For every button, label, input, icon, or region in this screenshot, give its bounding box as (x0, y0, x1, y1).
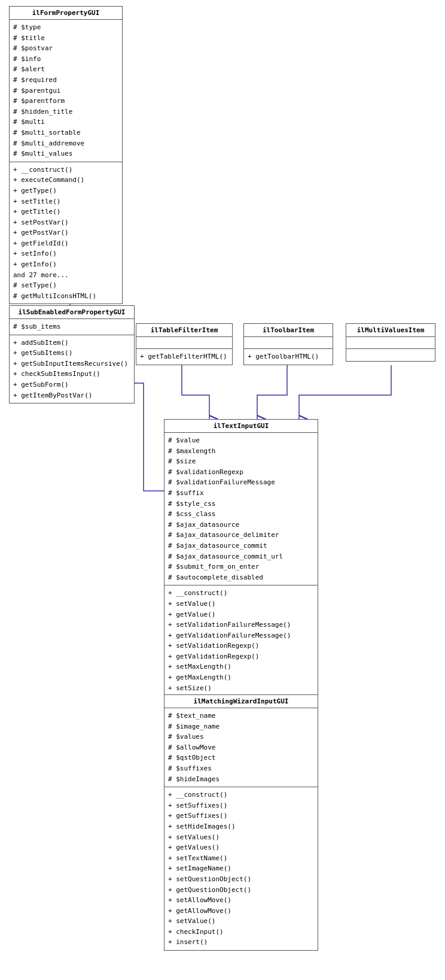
ilMultiValuesItem-box: ilMultiValuesItem (346, 323, 435, 362)
ilToolbarItem-methods: + getToolbarHTML() (244, 349, 333, 365)
ilMatchingWizardInputGUI-fields: # $text_name # $image_name # $values # $… (164, 708, 318, 787)
ilMultiValuesItem-fields (346, 337, 435, 349)
ilSubEnabledFormPropertyGUI-box: ilSubEnabledFormPropertyGUI # $sub_items… (9, 305, 135, 403)
ilSubEnabledFormPropertyGUI-title: ilSubEnabledFormPropertyGUI (10, 306, 134, 319)
diagram-container: ilFormPropertyGUI # $type # $title # $po… (0, 0, 445, 980)
ilMatchingWizardInputGUI-box: ilMatchingWizardInputGUI # $text_name # … (164, 694, 318, 951)
ilSubEnabledFormPropertyGUI-fields: # $sub_items (10, 319, 134, 335)
ilMultiValuesItem-title: ilMultiValuesItem (346, 324, 435, 337)
ilToolbarItem-title: ilToolbarItem (244, 324, 333, 337)
ilSubEnabledFormPropertyGUI-methods: + addSubItem() + getSubItems() + getSubI… (10, 335, 134, 403)
ilTextInputGUI-title: ilTextInputGUI (164, 420, 318, 433)
ilFormPropertyGUI-fields: # $type # $title # $postvar # $info # $a… (10, 20, 122, 162)
ilFormPropertyGUI-title: ilFormPropertyGUI (10, 7, 122, 20)
ilTableFilterItem-title: ilTableFilterItem (136, 324, 232, 337)
ilTextInputGUI-box: ilTextInputGUI # $value # $maxlength # $… (164, 419, 318, 707)
ilToolbarItem-box: ilToolbarItem + getToolbarHTML() (243, 323, 333, 365)
ilTableFilterItem-methods: + getTableFilterHTML() (136, 349, 232, 365)
ilFormPropertyGUI-box: ilFormPropertyGUI # $type # $title # $po… (9, 6, 123, 304)
ilTableFilterItem-box: ilTableFilterItem + getTableFilterHTML() (136, 323, 233, 365)
ilMultiValuesItem-methods (346, 349, 435, 361)
ilFormPropertyGUI-methods: + __construct() + executeCommand() + get… (10, 162, 122, 304)
ilMatchingWizardInputGUI-methods: + __construct() + setSuffixes() + getSuf… (164, 787, 318, 950)
ilMatchingWizardInputGUI-title: ilMatchingWizardInputGUI (164, 695, 318, 708)
ilTableFilterItem-fields (136, 337, 232, 349)
ilToolbarItem-fields (244, 337, 333, 349)
ilTextInputGUI-methods: + __construct() + setValue() + getValue(… (164, 585, 318, 706)
ilTextInputGUI-fields: # $value # $maxlength # $size # $validat… (164, 433, 318, 585)
